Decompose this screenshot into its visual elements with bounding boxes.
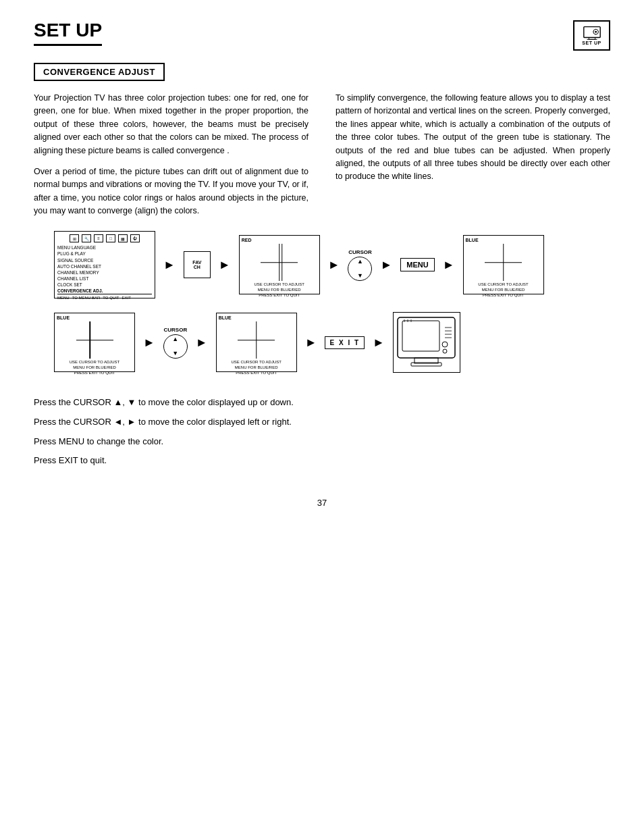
blue-screen-caption-2: USE CURSOR TO ADJUSTMENU FOR BLUE/REDPRE… [57, 360, 132, 375]
arrow-3: ► [325, 258, 343, 272]
blue-screen-caption-1: USE CURSOR TO ADJUSTMENU FOR BLUE/REDPRE… [466, 282, 541, 298]
cursor-pad-2: CURSOR ▲ ▼ [163, 327, 188, 359]
crosshair-v [503, 244, 504, 281]
col-left: Your Projection TV has three color proje… [34, 92, 308, 217]
arrow-1: ► [161, 258, 178, 272]
icon-2: 🔧 [82, 234, 91, 242]
intro-text: Your Projection TV has three color proje… [34, 92, 610, 217]
tv-menu-bottom: MENUTO MENU BARTO QUITEXIT [57, 294, 152, 300]
tv-menu-box: ⊞ 🔧 ≡ □ ▦ ⏻ MENU LANGUAGE PLUG & PLAY SI… [54, 231, 155, 298]
instruction-1: Press the CURSOR ▲, ▼ to move the color … [34, 393, 610, 413]
crosshair-vertical-left [279, 244, 280, 281]
blue-screen-label-1: BLUE [466, 238, 479, 242]
instruction-3: Press MENU to change the color. [34, 432, 610, 452]
svg-point-12 [443, 349, 447, 353]
cursor-down-2: ▼ [172, 350, 178, 357]
blue-screen-caption-3: USE CURSOR TO ADJUSTMENU FOR BLUE/REDPRE… [219, 360, 294, 375]
section-label: CONVERGENCE ADJUST [43, 67, 155, 77]
svg-point-11 [442, 342, 448, 347]
diagram-row-2: BLUE USE CURSOR TO ADJUSTMENU FOR BLUE/R… [54, 312, 610, 373]
red-crosshair [261, 244, 298, 281]
arrow-8: ► [302, 336, 320, 350]
cursor-label-2: CURSOR [163, 327, 187, 333]
blue-screen-label-2: BLUE [57, 315, 70, 320]
arrow-6: ► [140, 336, 158, 350]
red-screen-label: RED [242, 238, 252, 242]
blue-crosshair-2 [76, 321, 113, 359]
red-screen-box: RED USE CURSOR TO ADJUSTMENU FOR BLUE/RE… [239, 235, 320, 294]
blue-screen-label-3: BLUE [219, 315, 232, 320]
cursor-down-1: ▼ [357, 273, 363, 279]
cursor-up-1: ▲ [357, 259, 363, 265]
col2-para1: To simplify convergence, the following f… [336, 92, 610, 184]
crosshair-v-2 [90, 321, 91, 359]
col1-para2: Over a period of time, the picture tubes… [34, 165, 308, 218]
section-box: CONVERGENCE ADJUST [34, 63, 165, 81]
instruction-2: Press the CURSOR ◄, ► to move the color … [34, 413, 610, 432]
crosshair-h-2 [76, 340, 113, 341]
blue-screen-box-1: BLUE USE CURSOR TO ADJUSTMENU FOR BLUE/R… [463, 235, 544, 294]
col-right: To simplify convergence, the following f… [336, 92, 610, 217]
fav-ch-button: FAV CH [184, 251, 211, 278]
instructions: Press the CURSOR ▲, ▼ to move the color … [34, 393, 610, 470]
menu-button-1: MENU [400, 258, 434, 271]
red-screen-inner [242, 244, 317, 281]
icon-6: ⏻ [130, 234, 140, 242]
tv-illustration [393, 312, 460, 373]
instruction-4: Press EXIT to quit. [34, 451, 610, 471]
svg-point-4 [595, 31, 597, 33]
page-number: 37 [34, 498, 610, 508]
blue-screen-box-3: BLUE USE CURSOR TO ADJUSTMENU FOR BLUE/R… [216, 313, 297, 372]
arrow-7: ► [193, 336, 211, 350]
svg-rect-6 [402, 321, 439, 351]
crosshair-vertical-right [281, 244, 283, 281]
crosshair-v-3 [256, 321, 257, 359]
icon-5: ▦ [118, 234, 128, 242]
blue-screen-inner-1 [466, 244, 541, 281]
svg-rect-0 [583, 27, 599, 38]
arrow-5: ► [440, 258, 458, 272]
arrow-9: ► [370, 336, 387, 350]
setup-icon-graphic [582, 26, 602, 41]
cursor-pad-circle-2: ▲ ▼ [163, 334, 188, 359]
tv-menu-icons: ⊞ 🔧 ≡ □ ▦ ⏻ [57, 234, 152, 242]
blue-screen-inner-2 [57, 321, 132, 359]
cursor-up-2: ▲ [172, 336, 178, 342]
cursor-pad-1: CURSOR ▲ ▼ [348, 249, 372, 281]
tv-menu-items: MENU LANGUAGE PLUG & PLAY SIGNAL SOURCE … [57, 244, 152, 294]
col1-para1: Your Projection TV has three color proje… [34, 92, 308, 157]
blue-screen-box-2: BLUE USE CURSOR TO ADJUSTMENU FOR BLUE/R… [54, 313, 135, 372]
setup-icon-box: SET UP [573, 20, 610, 51]
diagram-row-1: ⊞ 🔧 ≡ □ ▦ ⏻ MENU LANGUAGE PLUG & PLAY SI… [54, 231, 610, 298]
icon-1: ⊞ [70, 234, 79, 242]
exit-button: E X I T [325, 336, 365, 349]
page-title: SET UP [34, 20, 102, 46]
header: SET UP SET UP [34, 20, 610, 51]
cursor-label-1: CURSOR [348, 249, 372, 255]
setup-icon-label: SET UP [582, 41, 601, 45]
blue-crosshair-1 [485, 244, 522, 281]
red-screen-caption: USE CURSOR TO ADJUSTMENU FOR BLUE/REDPRE… [242, 282, 317, 298]
blue-screen-inner-3 [219, 321, 294, 359]
icon-4: □ [106, 234, 115, 242]
icon-3: ≡ [94, 234, 103, 242]
blue-crosshair-3 [238, 321, 275, 359]
arrow-2: ► [216, 258, 234, 272]
arrow-4: ► [377, 258, 395, 272]
cursor-pad-circle-1: ▲ ▼ [348, 257, 372, 281]
